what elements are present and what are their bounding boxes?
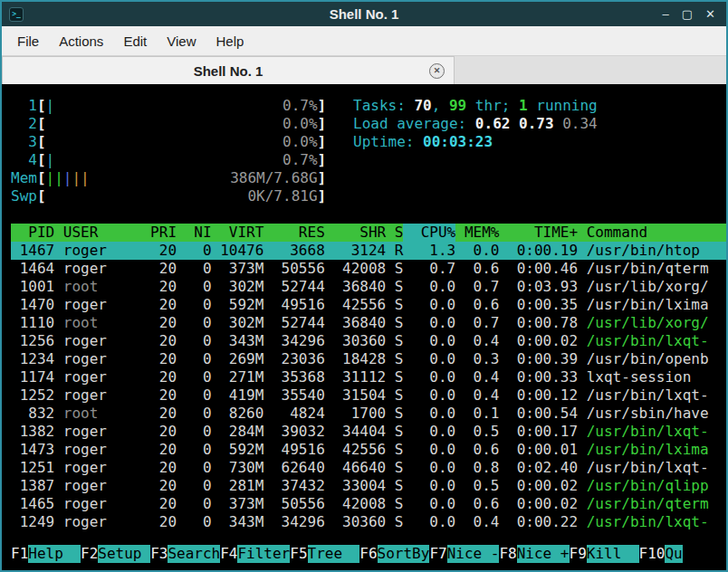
column-header-pri[interactable]: PRI (141, 224, 177, 242)
menu-file[interactable]: File (7, 29, 49, 53)
fkey-f10[interactable]: F10Qu (639, 545, 683, 563)
process-row[interactable]: 1110root200302M5274436840S0.00.70:00.78/… (11, 314, 726, 332)
cell-s: S (386, 441, 403, 459)
process-row[interactable]: 1174roger200271M3536831112S0.00.40:00.33… (11, 368, 726, 386)
cell-command: /usr/bin/lxqt- (578, 386, 708, 405)
cell-pri: 20 (141, 350, 177, 368)
cell-command: /usr/bin/qlipp (578, 477, 708, 495)
cell-user: root (54, 278, 141, 296)
cell-shr: 31112 (325, 368, 386, 386)
meter-bar: |0.7% (46, 151, 318, 169)
process-row[interactable]: 1465roger200373M5055642008S0.00.60:00.02… (11, 495, 726, 513)
process-row[interactable]: 1470roger200592M4951642556S0.00.60:00.35… (11, 296, 726, 314)
menu-view[interactable]: View (157, 29, 206, 53)
column-header-pid[interactable]: PID (11, 224, 54, 242)
cell-pid: 1387 (11, 477, 54, 495)
column-header-s[interactable]: S (386, 224, 403, 242)
function-key-bar: F1Help F2Setup F3SearchF4FilterF5Tree F6… (11, 545, 726, 563)
terminal-screen[interactable]: 1[|0.7%] 2[0.0%] 3[0.0%] 4[|0.7%]Mem[|||… (2, 84, 726, 570)
cell-time: 0:00.33 (499, 368, 578, 386)
process-row[interactable]: 1473roger200592M4951642556S0.00.60:00.01… (11, 441, 726, 459)
menu-actions[interactable]: Actions (49, 29, 113, 53)
cell-virt: 284M (212, 423, 264, 441)
fkey-f7[interactable]: F7Nice - (429, 545, 499, 563)
cell-s: S (386, 296, 403, 314)
cell-ni: 0 (177, 314, 212, 332)
meter-bar: 0.0% (46, 133, 318, 151)
cell-s: S (386, 405, 403, 423)
cell-cpu: 0.0 (403, 296, 455, 314)
process-row[interactable]: 1387roger200281M3743233004S0.00.50:00.02… (11, 477, 726, 495)
column-header-time[interactable]: TIME+ (499, 224, 578, 242)
cell-pri: 20 (141, 278, 177, 296)
cell-res: 3668 (263, 242, 324, 260)
column-header-ni[interactable]: NI (177, 224, 212, 242)
process-row[interactable]: 1382roger200284M3903234404S0.00.50:00.17… (11, 423, 726, 441)
cell-pri: 20 (141, 260, 177, 278)
fkey-label: Search (168, 545, 220, 563)
tab-shell[interactable]: Shell No. 1 ✕ (2, 56, 455, 84)
cell-mem: 0.4 (455, 386, 499, 405)
cell-pid: 1467 (11, 242, 54, 260)
cell-virt: 373M (212, 260, 264, 278)
fkey-f3[interactable]: F3Search (150, 545, 220, 563)
process-row-selected[interactable]: 1467roger2001047636683124R1.30.00:00.19/… (11, 242, 726, 260)
cell-time: 0:00.12 (499, 386, 578, 405)
meter-bar: 0K/7.81G (46, 187, 318, 205)
fkey-f5[interactable]: F5Tree (290, 545, 359, 563)
titlebar[interactable]: >_ Shell No. 1 – ▢ ✕ (2, 2, 726, 26)
minimize-icon[interactable]: – (663, 7, 669, 21)
fkey-f8[interactable]: F8Nice + (499, 545, 569, 563)
cell-pri: 20 (141, 441, 177, 459)
cell-cpu: 0.0 (403, 441, 455, 459)
close-icon[interactable]: ✕ (705, 7, 715, 21)
cell-time: 0:00.02 (499, 495, 578, 513)
cell-s: S (386, 495, 403, 513)
cell-command: /usr/lib/xorg/ (578, 278, 708, 296)
meter-label: 3 (11, 133, 37, 151)
fkey-number: F7 (429, 545, 446, 563)
menu-help[interactable]: Help (206, 29, 254, 53)
cell-pri: 20 (141, 314, 177, 332)
cell-pid: 1174 (11, 368, 54, 386)
tabbar: Shell No. 1 ✕ (2, 56, 726, 84)
cell-shr: 30360 (325, 332, 386, 350)
maximize-icon[interactable]: ▢ (682, 7, 693, 21)
column-header-res[interactable]: RES (263, 224, 324, 242)
process-row[interactable]: 1251roger200730M6264046640S0.00.80:02.40… (11, 459, 726, 477)
process-row[interactable]: 1001root200302M5274436840S0.00.70:03.93/… (11, 278, 726, 296)
fkey-f1[interactable]: F1Help (11, 545, 81, 563)
column-header-command[interactable]: Command (578, 224, 647, 242)
htop-info: Tasks: 70, 99 thr; 1 runningLoad average… (353, 97, 598, 205)
cell-mem: 0.4 (455, 368, 499, 386)
cell-time: 0:00.01 (499, 441, 578, 459)
tab-close-icon[interactable]: ✕ (429, 63, 445, 79)
process-row[interactable]: 832root200826048241700S0.00.10:00.54/usr… (11, 405, 726, 423)
info-uptime: Uptime: 00:03:23 (353, 133, 598, 151)
process-row[interactable]: 1252roger200419M3554031504S0.00.40:00.12… (11, 386, 726, 405)
column-header-shr[interactable]: SHR (325, 224, 386, 242)
process-row[interactable]: 1256roger200343M3429630360S0.00.40:00.02… (11, 332, 726, 350)
menu-edit[interactable]: Edit (113, 29, 157, 53)
process-row[interactable]: 1234roger200269M2303618428S0.00.30:00.39… (11, 350, 726, 368)
column-header-cpu[interactable]: CPU% (403, 224, 455, 242)
column-header-mem[interactable]: MEM% (455, 224, 499, 242)
fkey-f4[interactable]: F4Filter (220, 545, 290, 563)
fkey-f9[interactable]: F9Kill (570, 545, 639, 563)
cell-s: S (386, 314, 403, 332)
column-header-virt[interactable]: VIRT (212, 224, 264, 242)
meter-value: 0.7% (283, 97, 318, 115)
process-row[interactable]: 1249roger200343M3429630360S0.00.40:00.22… (11, 513, 726, 531)
cell-res: 62640 (263, 459, 324, 477)
cell-virt: 343M (212, 332, 264, 350)
cell-pid: 1470 (11, 296, 54, 314)
cell-ni: 0 (177, 386, 212, 405)
cell-mem: 0.6 (455, 296, 499, 314)
window-controls: – ▢ ✕ (663, 7, 726, 21)
cell-virt: 302M (212, 314, 264, 332)
cell-res: 4824 (263, 405, 324, 423)
column-header-user[interactable]: USER (54, 224, 141, 242)
fkey-f2[interactable]: F2Setup (81, 545, 150, 563)
fkey-f6[interactable]: F6SortBy (359, 545, 429, 563)
process-row[interactable]: 1464roger200373M5055642008S0.70.60:00.46… (11, 260, 726, 278)
